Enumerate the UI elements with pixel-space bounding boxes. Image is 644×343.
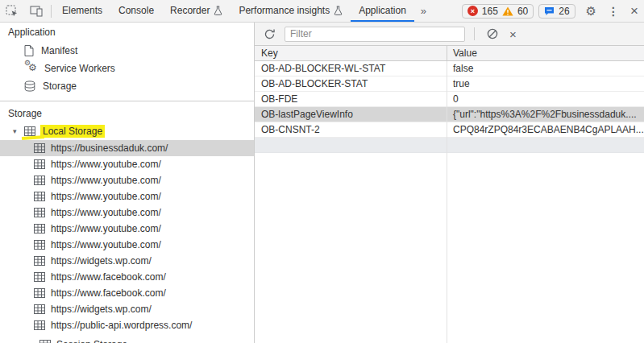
table-grid-icon — [34, 143, 45, 153]
table-grid-icon — [34, 224, 45, 233]
table-body: OB-AD-BLOCKER-WL-STAT false OB-AD-BLOCKE… — [255, 61, 644, 343]
local-storage-origin-row[interactable]: https://www.facebook.com/ — [0, 285, 254, 301]
sidebar-item-label: Storage — [43, 81, 77, 92]
messages-badge[interactable]: 26 — [538, 4, 575, 19]
tab-application[interactable]: Application — [351, 0, 414, 22]
local-storage-label-highlighted: Local Storage — [40, 125, 105, 138]
refresh-icon — [264, 28, 276, 40]
tabbar-spacer — [433, 0, 462, 22]
local-storage-origin-row[interactable]: https://www.facebook.com/ — [0, 269, 254, 285]
application-section-title: Application — [0, 23, 254, 42]
table-grid-icon — [34, 192, 45, 201]
local-storage-origin-row[interactable]: https://widgets.wp.com/ — [0, 253, 254, 269]
manifest-document-icon — [24, 45, 34, 56]
value-cell: false — [447, 61, 644, 76]
chevron-down-icon: ▾ — [13, 127, 23, 135]
block-circle-icon — [487, 28, 498, 39]
value-cell: CPQ84rZPQ84r3ECABAENB4CgAPLAAH... — [447, 122, 644, 137]
device-toolbar-icon — [30, 6, 43, 17]
origin-url: https://www.youtube.com/ — [51, 191, 161, 202]
local-storage-panel: × Key Value OB-AD-BLOCKER-WL-STAT false … — [255, 23, 644, 343]
database-icon — [24, 81, 35, 92]
tab-label: Elements — [62, 5, 102, 16]
tab-recorder[interactable]: Recorder — [162, 0, 231, 22]
table-grid-icon — [34, 272, 45, 282]
local-storage-origin-row[interactable]: https://www.youtube.com/ — [0, 221, 254, 237]
table-row[interactable]: OB-AD-BLOCKER-STAT true — [255, 76, 644, 92]
tab-label: Console — [118, 5, 154, 16]
delete-selected-button[interactable]: × — [504, 27, 522, 41]
table-grid-icon — [24, 126, 35, 136]
key-cell: OB-AD-BLOCKER-STAT — [255, 76, 447, 91]
local-storage-origin-row[interactable]: https://widgets.wp.com/ — [0, 301, 254, 317]
origin-url: https://www.youtube.com/ — [51, 223, 161, 234]
kebab-menu-button[interactable]: ⋮ — [602, 0, 625, 22]
tab-console[interactable]: Console — [110, 0, 162, 22]
warning-icon — [502, 6, 513, 16]
local-storage-origin-row[interactable]: https://www.youtube.com/ — [0, 237, 254, 253]
origin-url: https://widgets.wp.com/ — [51, 255, 152, 267]
table-grid-icon — [34, 176, 45, 185]
table-grid-icon — [39, 340, 51, 343]
refresh-button[interactable] — [258, 28, 281, 40]
application-sidebar: Application Manifest ⚙⚙ Service Workers — [0, 23, 255, 343]
table-grid-icon — [34, 256, 45, 266]
filter-input[interactable] — [285, 27, 465, 42]
table-grid-icon — [34, 159, 45, 169]
service-workers-gears-icon: ⚙⚙ — [24, 62, 37, 75]
table-row-selected[interactable]: OB-lastPageViewInfo {"url":"https%3A%2F%… — [255, 107, 644, 122]
table-grid-icon — [34, 320, 45, 330]
key-cell: OB-FDE — [255, 92, 447, 106]
local-storage-origin-row[interactable]: https://www.youtube.com/ — [0, 188, 254, 205]
table-row[interactable]: OB-CNSNT-2 CPQ84rZPQ84r3ECABAENB4CgAPLAA… — [255, 122, 644, 138]
sidebar-item-label: Manifest — [41, 45, 77, 56]
column-header-key[interactable]: Key — [255, 46, 447, 60]
local-storage-origin-row[interactable]: https://businessdaduk.com/ — [0, 140, 254, 156]
origin-url: https://www.youtube.com/ — [51, 159, 161, 170]
errors-warnings-badge[interactable]: × 165 60 — [462, 4, 534, 19]
inspect-icon — [6, 5, 19, 18]
table-row[interactable]: OB-FDE 0 — [255, 92, 644, 107]
close-devtools-button[interactable]: × — [625, 0, 644, 22]
devtools-body: Application Manifest ⚙⚙ Service Workers — [0, 23, 644, 343]
table-grid-icon — [34, 240, 45, 250]
origin-url: https://businessdaduk.com/ — [51, 143, 168, 154]
local-storage-origin-row[interactable]: https://www.youtube.com/ — [0, 205, 254, 221]
local-storage-origin-row[interactable]: https://public-api.wordpress.com/ — [0, 317, 254, 333]
inspect-element-button[interactable] — [0, 0, 24, 22]
empty-filler-row — [255, 138, 644, 153]
tree-item-session-storage-partial[interactable]: ▸ Session Storage — [0, 337, 254, 343]
experiment-flask-icon — [334, 6, 343, 15]
sidebar-item-manifest[interactable]: Manifest — [0, 42, 254, 60]
column-divider[interactable] — [447, 61, 447, 343]
local-storage-origin-row[interactable]: https://www.youtube.com/ — [0, 172, 254, 188]
tree-item-local-storage[interactable]: ▾ Local Storage — [0, 122, 254, 140]
tab-performance-insights[interactable]: Performance insights — [231, 0, 351, 22]
origin-url: https://www.youtube.com/ — [51, 175, 161, 186]
device-toolbar-button[interactable] — [24, 0, 48, 22]
tab-label: Recorder — [170, 5, 210, 16]
table-header: Key Value — [255, 46, 644, 61]
sidebar-item-label: Service Workers — [44, 63, 115, 74]
tab-elements[interactable]: Elements — [54, 0, 110, 22]
key-cell: OB-lastPageViewInfo — [255, 107, 447, 122]
devtools-tabbar: Elements Console Recorder Performance in… — [0, 0, 644, 23]
sidebar-item-service-workers[interactable]: ⚙⚙ Service Workers — [0, 60, 254, 77]
sidebar-item-storage[interactable]: Storage — [0, 77, 254, 95]
settings-gear-button[interactable]: ⚙ — [580, 0, 602, 22]
origin-url: https://www.youtube.com/ — [51, 239, 161, 250]
experiment-flask-icon — [214, 6, 222, 15]
local-storage-origin-row[interactable]: https://www.youtube.com/ — [0, 156, 254, 172]
column-header-value[interactable]: Value — [447, 46, 644, 60]
value-cell: 0 — [447, 92, 644, 106]
message-bubble-icon — [544, 6, 555, 16]
tab-label: Application — [359, 5, 406, 16]
clear-all-button[interactable] — [481, 28, 504, 39]
table-row[interactable]: OB-AD-BLOCKER-WL-STAT false — [255, 61, 644, 76]
error-icon: × — [467, 6, 478, 16]
more-tabs-button[interactable]: » — [414, 0, 433, 22]
error-count: 165 — [482, 6, 498, 17]
value-cell: true — [447, 76, 644, 91]
origin-url: https://widgets.wp.com/ — [51, 304, 152, 315]
tree-item-label: Session Storage — [56, 339, 127, 343]
